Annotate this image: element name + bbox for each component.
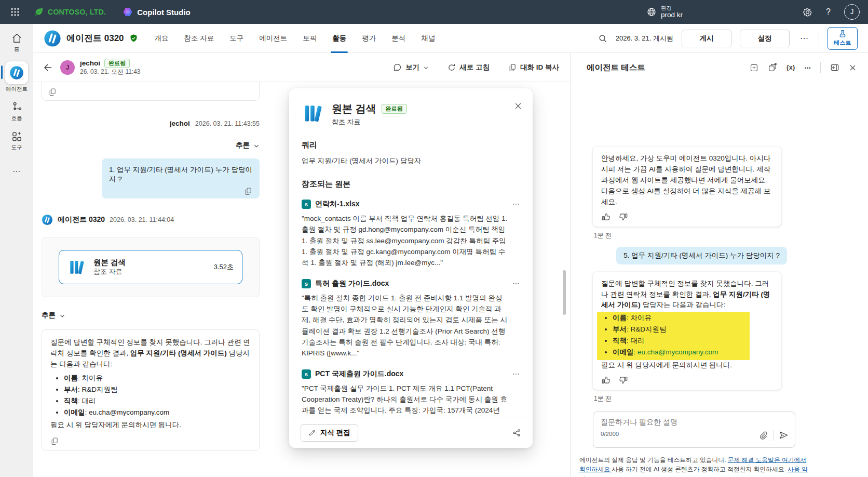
- refresh-label: 새로 고침: [459, 63, 490, 72]
- dialog-title: 원본 검색: [332, 102, 376, 116]
- tab-activity[interactable]: 활동: [332, 24, 346, 53]
- tab-knowledge[interactable]: 참조 자료: [184, 24, 214, 53]
- variables-icon[interactable]: {x}: [786, 64, 795, 71]
- chevron-down-icon: [253, 143, 260, 149]
- view-dropdown[interactable]: 보기: [393, 63, 429, 72]
- dock-panel-icon[interactable]: [830, 63, 839, 72]
- sidebar-item-tools[interactable]: 도구: [0, 130, 33, 151]
- thumbs-down-icon[interactable]: [618, 212, 628, 222]
- copy-icon[interactable]: [50, 437, 251, 445]
- source-file-link[interactable]: s 특허 출원 가이드.docx: [302, 279, 508, 288]
- reasoning-toggle[interactable]: 추론: [42, 311, 260, 320]
- status-badge: 완료됨: [382, 104, 407, 114]
- scrollbar-thumb[interactable]: [563, 270, 566, 315]
- source-search-tool-card[interactable]: 원본 검색 참조 자료 3.52초: [59, 250, 242, 284]
- attachment-icon[interactable]: [758, 431, 768, 440]
- org-logo[interactable]: CONTOSO, LTD.: [33, 6, 106, 18]
- divider: [820, 62, 821, 73]
- publish-button[interactable]: 게시: [682, 30, 731, 47]
- track-between-topics-icon[interactable]: [768, 63, 777, 72]
- agent-logo-icon: [44, 30, 61, 47]
- agent-message-meta: 에이전트 0320 2026. 03. 21. 11:44:04: [42, 214, 260, 226]
- chat-input[interactable]: [601, 418, 722, 426]
- divider: [773, 430, 774, 441]
- more-icon[interactable]: ⋯: [805, 64, 811, 72]
- query-section-heading: 쿼리: [302, 140, 520, 150]
- file-name: PCT 국제출원 가이드.docx: [315, 369, 403, 379]
- new-chat-icon[interactable]: [750, 63, 758, 72]
- file-more-icon[interactable]: ⋯: [512, 279, 520, 287]
- source-file-link[interactable]: s PCT 국제출원 가이드.docx: [302, 369, 508, 379]
- header-more-icon[interactable]: ⋯: [798, 33, 810, 43]
- reasoning-label: 추론: [42, 311, 56, 320]
- search-icon[interactable]: [598, 34, 607, 43]
- tool-duration: 3.52초: [214, 262, 234, 272]
- sidebar-item-agents[interactable]: 에이전트: [0, 61, 33, 93]
- message-sender: jechoi: [170, 120, 190, 127]
- tool-subtitle: 참조 자료: [93, 268, 126, 276]
- send-icon[interactable]: [779, 430, 789, 440]
- tab-evaluation[interactable]: 평가: [362, 24, 376, 53]
- gear-icon[interactable]: [803, 7, 812, 17]
- sidebar-item-label: 에이전트: [6, 86, 28, 93]
- user-message-meta: jechoi 2026. 03. 21. 11:43:55: [42, 120, 260, 127]
- sidebar-item-label: 홈: [14, 46, 20, 53]
- app-title-label: Copilot Studio: [137, 8, 190, 17]
- tab-agents[interactable]: 에이전트: [259, 24, 287, 53]
- refresh-button[interactable]: 새로 고침: [447, 63, 490, 72]
- file-excerpt: "특허 출원 절차 종합 가이드 1. 출원 전 준비사항 1.1 발명의 완성…: [302, 293, 508, 359]
- reasoning-toggle[interactable]: 추론: [42, 141, 260, 150]
- thumbs-up-icon[interactable]: [601, 375, 611, 385]
- tab-overview[interactable]: 개요: [155, 24, 169, 53]
- file-more-icon[interactable]: ⋯: [512, 369, 520, 378]
- sidebar-item-flows[interactable]: 흐름: [0, 101, 33, 122]
- user-message-bubble: 1. 업무 지원/기타 (명세서 가이드) 누가 담당이지 ?: [102, 158, 260, 198]
- copy-icon[interactable]: [48, 88, 57, 96]
- list-item: 직책: 대리: [64, 396, 251, 407]
- file-more-icon[interactable]: ⋯: [512, 200, 520, 208]
- tab-topics[interactable]: 토픽: [303, 24, 317, 53]
- agent-header: 에이전트 0320 개요 참조 자료 도구 에이전트 토픽 활동 평가 분석 채…: [33, 24, 868, 53]
- sidebar-more-icon[interactable]: ⋯: [12, 167, 21, 176]
- tab-tools[interactable]: 도구: [229, 24, 243, 53]
- test-disclaimer: 에이전트의 실제 응답 및 기능을 테스트하고 있습니다. 문제 해결 도움말은…: [579, 455, 811, 477]
- user-avatar[interactable]: J: [844, 4, 860, 20]
- list-item: 이름: 차이유: [64, 373, 251, 384]
- knowledge-flow-icon[interactable]: [512, 428, 521, 438]
- close-icon[interactable]: [849, 64, 857, 72]
- tab-analytics[interactable]: 분석: [391, 24, 405, 53]
- help-icon[interactable]: ?: [826, 7, 831, 17]
- page-title: 에이전트 0320: [66, 32, 124, 44]
- thumbs-down-icon[interactable]: [618, 375, 628, 385]
- previous-message-card: [42, 82, 260, 101]
- settings-button[interactable]: 설정: [740, 30, 790, 47]
- copy-icon[interactable]: [244, 187, 252, 195]
- thumbs-up-icon[interactable]: [601, 212, 611, 222]
- app-launcher-icon[interactable]: [8, 5, 22, 19]
- environment-picker[interactable]: 환경 prod kr: [646, 5, 683, 19]
- conversation-start-time: 26. 03. 21. 오전 11:43: [80, 68, 141, 76]
- source-file-item: s 특허 출원 가이드.docx ⋯ "특허 출원 절차 종합 가이드 1. 출…: [302, 279, 520, 359]
- list-item: 이메일: eu.cha@mycompany.com: [613, 347, 748, 358]
- flow-icon: [11, 101, 23, 113]
- answer-text-bold: 업무 지원/기타 (명세서 가이드): [130, 349, 227, 357]
- edit-knowledge-button[interactable]: 지식 편집: [301, 424, 358, 442]
- bot-message-closing: 필요 시 위 담당자에게 문의하시면 됩니다.: [601, 361, 732, 369]
- sidebar-item-home[interactable]: 홈: [0, 32, 33, 53]
- message-timestamp: 2026. 03. 21. 11:43:55: [195, 120, 260, 127]
- test-button[interactable]: 테스트: [828, 27, 858, 50]
- back-arrow-icon[interactable]: [43, 62, 53, 73]
- chat-input-box[interactable]: 0/2000: [593, 412, 795, 448]
- published-status: 2026. 3. 21. 게시됨: [616, 34, 673, 43]
- email-link[interactable]: eu.cha@mycompany.com: [638, 348, 718, 356]
- source-file-link[interactable]: s 연락처-1.xlsx: [302, 200, 508, 209]
- chat-bubble-icon: [393, 63, 402, 72]
- shield-check-icon: [129, 34, 138, 43]
- copy-conversation-id-button[interactable]: 대화 ID 복사: [508, 63, 559, 72]
- app-title[interactable]: Copilot Studio: [123, 7, 190, 17]
- leaf-icon: [33, 6, 45, 18]
- tab-channels[interactable]: 채널: [421, 24, 435, 53]
- close-icon[interactable]: [514, 102, 522, 110]
- refresh-icon: [447, 63, 456, 72]
- pencil-icon: [308, 429, 316, 436]
